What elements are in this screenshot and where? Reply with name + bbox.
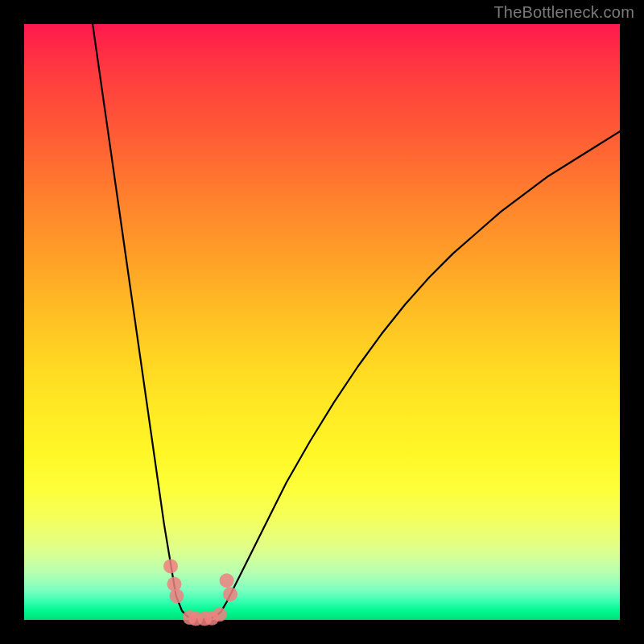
- data-markers: [163, 559, 237, 625]
- curve-left-branch: [93, 24, 188, 617]
- chart-frame: TheBottleneck.com: [0, 0, 644, 644]
- curve-layer: [24, 24, 620, 620]
- data-marker: [163, 559, 178, 573]
- data-marker: [223, 587, 237, 601]
- data-marker: [213, 607, 227, 621]
- curve-right-branch: [233, 131, 620, 590]
- data-marker: [167, 577, 181, 592]
- plot-area: [24, 24, 620, 620]
- data-marker: [169, 588, 184, 603]
- data-marker: [220, 573, 234, 588]
- watermark-text: TheBottleneck.com: [493, 3, 634, 22]
